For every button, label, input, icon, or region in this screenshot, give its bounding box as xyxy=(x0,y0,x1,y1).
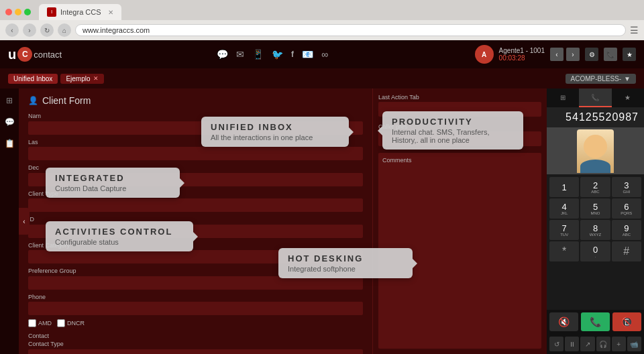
facebook-icon[interactable]: f xyxy=(291,50,294,59)
integrated-tooltip: INTEGRATED Custom Data Capture xyxy=(46,168,180,198)
agent-avatar: A xyxy=(475,45,494,64)
answer-button[interactable]: 📞 xyxy=(581,312,610,331)
key-star[interactable]: * xyxy=(549,241,579,261)
mute-button[interactable]: 🔇 xyxy=(549,312,578,331)
softphone-tab-2[interactable]: ★ xyxy=(612,88,644,107)
sidebar-form-icon[interactable]: 📋 xyxy=(3,137,16,150)
star-icon[interactable]: ★ xyxy=(623,48,636,61)
unified-inbox-tab-label: Unified Inbox xyxy=(13,75,52,82)
hold-button[interactable]: ⏸ xyxy=(565,337,579,351)
dncr-checkbox[interactable] xyxy=(57,319,65,327)
maximize-button[interactable] xyxy=(24,9,31,15)
contact-section: Contact Contact Type Result Next Action xyxy=(28,333,363,354)
ejemplo-close-icon[interactable]: ✕ xyxy=(93,75,99,82)
mobile-icon[interactable]: 📱 xyxy=(252,49,264,60)
menu-button[interactable]: ☰ xyxy=(630,25,639,36)
form-title-text: Client Form xyxy=(42,95,91,106)
activities-tooltip-title: ACTIVITIES CONTROL xyxy=(55,227,184,237)
keypad-row-4: * 0 . # xyxy=(549,241,641,261)
sidebar-chat-icon[interactable]: 💬 xyxy=(3,115,16,129)
contact-section-label: Contact xyxy=(28,333,363,339)
forward-button[interactable]: › xyxy=(23,23,36,37)
url-field[interactable]: www.integraccs.com xyxy=(75,24,626,36)
softphone-number: 54125520987 xyxy=(547,107,644,127)
ejemplo-tab-label: Ejemplo xyxy=(66,75,90,82)
amd-label[interactable]: AMD xyxy=(28,319,52,327)
link-icon[interactable]: ∞ xyxy=(321,49,328,60)
mail-icon[interactable]: 📧 xyxy=(302,49,313,60)
video-button[interactable]: 📹 xyxy=(627,337,641,351)
key-9[interactable]: 9 ABC xyxy=(612,220,641,240)
contact-type-label: Contact Type xyxy=(28,341,363,347)
key-6[interactable]: 6 PQRS xyxy=(612,198,641,219)
dncr-label[interactable]: DNCR xyxy=(57,319,85,327)
nav-action-buttons: ‹ › xyxy=(550,48,580,61)
contact-type-input[interactable] xyxy=(28,349,363,355)
minimize-button[interactable] xyxy=(15,9,21,15)
top-nav: u C contact 💬 ✉ 📱 🐦 f 📧 ∞ A Agente1 - 10… xyxy=(0,40,644,68)
unified-inbox-tab[interactable]: Unified Inbox xyxy=(8,74,58,84)
add-button[interactable]: + xyxy=(612,337,626,351)
unified-inbox-tooltip: UNIFIED INBOX All the interactions in on… xyxy=(201,117,349,147)
client-type-select[interactable] xyxy=(28,198,363,212)
acomp-dropdown[interactable]: ACOMP-BLESS- ▼ xyxy=(566,74,636,84)
sub-nav: Unified Inbox Ejemplo ✕ ACOMP-BLESS- ▼ xyxy=(0,68,644,88)
browser-tab[interactable]: I Integra CCS ✕ xyxy=(39,4,121,20)
chat-icon[interactable]: 💬 xyxy=(217,49,228,60)
keypad: 1 2 ABC 3 GHI 4 JKL xyxy=(547,174,644,310)
agent-name: Agente1 - 1001 xyxy=(499,47,545,54)
close-button[interactable] xyxy=(5,9,12,15)
key-1[interactable]: 1 xyxy=(549,177,579,197)
key-2[interactable]: 2 ABC xyxy=(580,177,610,197)
productivity-tooltip-desc: Internal chat. SMS, Transfers, History,.… xyxy=(392,128,514,144)
last-input[interactable] xyxy=(28,147,363,160)
ejemplo-tab[interactable]: Ejemplo ✕ xyxy=(60,74,103,84)
amd-checkbox[interactable] xyxy=(28,319,36,327)
caller-photo xyxy=(547,127,644,174)
sidebar-collapse-arrow[interactable]: ‹ xyxy=(19,208,30,235)
email-icon[interactable]: ✉ xyxy=(236,49,244,60)
twitter-icon[interactable]: 🐦 xyxy=(272,49,283,60)
phone-input[interactable] xyxy=(28,302,363,315)
logo-circle: C xyxy=(17,47,32,62)
conference-button[interactable]: ↗ xyxy=(580,337,594,351)
settings-icon[interactable]: ⚙ xyxy=(585,48,598,61)
keypad-row-1: 1 2 ABC 3 GHI xyxy=(549,177,641,197)
phone-label: Phone xyxy=(28,294,363,300)
tab-close-icon[interactable]: ✕ xyxy=(108,9,113,16)
key-hash[interactable]: # xyxy=(612,241,641,261)
transfer-button[interactable]: ↺ xyxy=(549,337,564,351)
key-0[interactable]: 0 . xyxy=(580,241,610,261)
home-button[interactable]: ⌂ xyxy=(58,23,71,37)
refresh-button[interactable]: ↻ xyxy=(40,23,54,37)
nav-next-button[interactable]: › xyxy=(566,48,580,61)
tab-title: Integra CCS xyxy=(60,8,101,16)
softphone-panel: ⊞ 📞 ★ 54125520987 1 2 ABC xyxy=(547,88,644,354)
integrated-tooltip-title: INTEGRATED xyxy=(55,173,170,183)
contact-type-field: Contact Type xyxy=(28,341,363,354)
key-5[interactable]: 5 MNO xyxy=(580,198,610,219)
hot-desking-tooltip: HOT DESKING Integrated softphone xyxy=(278,248,413,278)
call-controls: 🔇 📞 📵 xyxy=(547,310,644,334)
form-title: 👤 Client Form xyxy=(28,95,363,106)
headset-button[interactable]: 🎧 xyxy=(596,337,610,351)
sidebar-home-icon[interactable]: ⊞ xyxy=(3,94,16,107)
nav-right: A Agente1 - 1001 00:03:28 ‹ › ⚙ 📞 ★ xyxy=(475,45,636,64)
productivity-tooltip: PRODUCTIVITY Internal chat. SMS, Transfe… xyxy=(382,111,523,150)
form-title-icon: 👤 xyxy=(28,96,38,105)
productivity-tooltip-title: PRODUCTIVITY xyxy=(392,117,514,127)
phone-icon[interactable]: 📞 xyxy=(604,48,617,61)
bottom-controls: ↺ ⏸ ↗ 🎧 + 📹 xyxy=(547,334,644,354)
hangup-button[interactable]: 📵 xyxy=(612,312,641,331)
back-button[interactable]: ‹ xyxy=(5,23,19,37)
key-7[interactable]: 7 TUV xyxy=(549,220,579,240)
nav-prev-button[interactable]: ‹ xyxy=(550,48,564,61)
key-3[interactable]: 3 GHI xyxy=(612,177,641,197)
phone-field: Phone xyxy=(28,294,363,316)
inbox-tabs: Unified Inbox Ejemplo ✕ xyxy=(8,74,561,84)
agent-info: Agente1 - 1001 00:03:28 xyxy=(499,47,545,62)
softphone-tab-0[interactable]: ⊞ xyxy=(547,88,579,107)
key-4[interactable]: 4 JKL xyxy=(549,198,579,219)
key-8[interactable]: 8 WXYZ xyxy=(580,220,610,240)
softphone-tab-1[interactable]: 📞 xyxy=(579,88,611,107)
